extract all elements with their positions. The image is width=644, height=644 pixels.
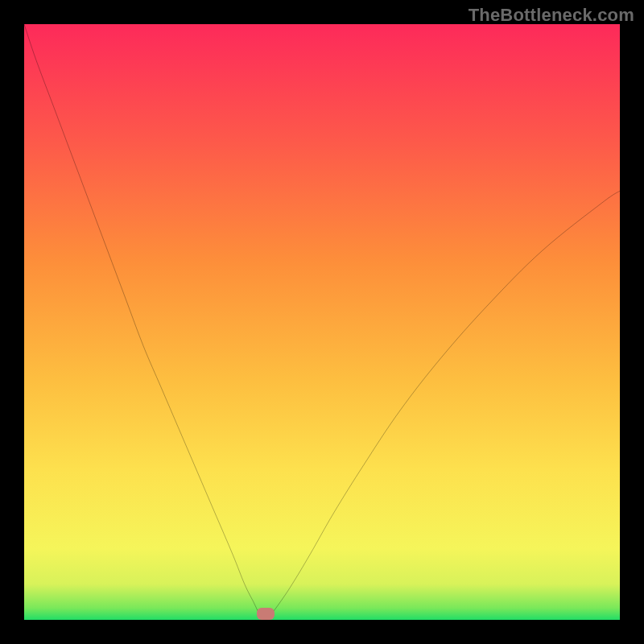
optimum-marker (257, 608, 275, 620)
curve-path (24, 24, 620, 620)
bottleneck-curve (24, 24, 620, 620)
chart-frame: TheBottleneck.com (0, 0, 644, 644)
watermark-text: TheBottleneck.com (469, 5, 634, 26)
